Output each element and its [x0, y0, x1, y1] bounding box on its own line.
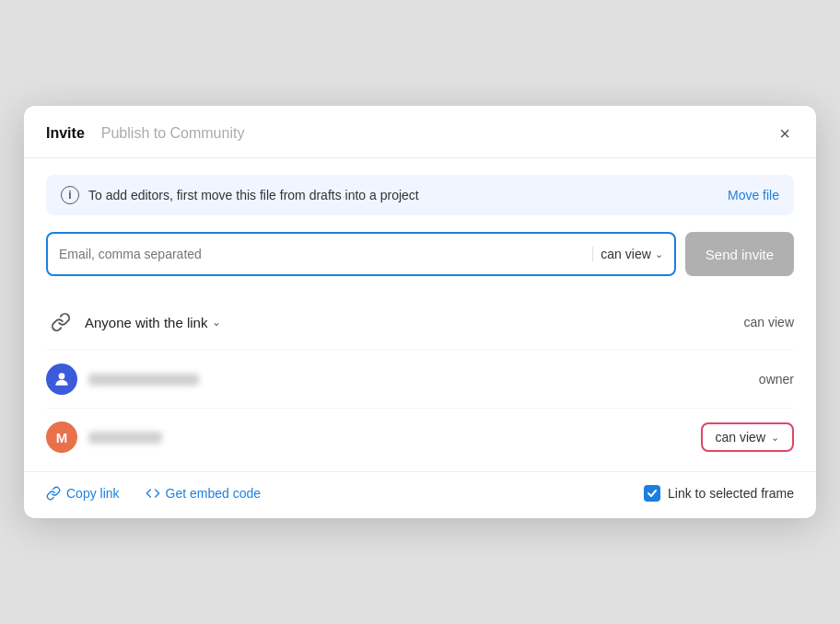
modal-footer: Copy link Get embed code Link to selecte… [24, 471, 816, 518]
link-share-row: Anyone with the link ⌄ can view [46, 295, 794, 351]
email-input-wrapper: can view ⌄ [46, 232, 676, 276]
copy-link-icon [46, 486, 61, 501]
link-share-label[interactable]: Anyone with the link ⌄ [85, 315, 221, 330]
link-icon [46, 307, 76, 337]
checkbox-area: Link to selected frame [644, 485, 794, 502]
copy-link-label: Copy link [66, 486, 120, 501]
user-owner-name [88, 374, 199, 386]
owner-permission: owner [759, 372, 794, 387]
embed-code-label: Get embed code [166, 486, 262, 501]
embed-code-icon [146, 486, 160, 501]
svg-point-0 [59, 373, 65, 379]
chevron-down-icon: ⌄ [655, 248, 663, 260]
invite-row: can view ⌄ Send invite [46, 232, 794, 276]
user-viewer-row: M can view ⌄ [46, 409, 794, 466]
invite-modal: Invite Publish to Community × i To add e… [24, 106, 816, 518]
modal-body: i To add editors, first move this file f… [24, 158, 816, 466]
embed-code-button[interactable]: Get embed code [146, 486, 262, 501]
user-owner-row: owner [46, 351, 794, 409]
send-invite-button[interactable]: Send invite [685, 232, 794, 276]
avatar-orange: M [46, 422, 77, 453]
checkmark-icon [647, 488, 658, 499]
viewer-chevron-icon: ⌄ [771, 432, 779, 444]
viewer-permission-label: can view [716, 430, 765, 445]
info-banner-text: To add editors, first move this file fro… [88, 188, 718, 202]
user-viewer-name [88, 432, 162, 444]
close-button[interactable]: × [776, 122, 794, 144]
modal-header: Invite Publish to Community × [24, 106, 816, 158]
copy-link-button[interactable]: Copy link [46, 486, 120, 501]
avatar-blue [46, 364, 77, 395]
link-to-frame-checkbox[interactable] [644, 485, 660, 502]
link-permission: can view [744, 315, 794, 329]
tab-invite[interactable]: Invite [46, 125, 85, 142]
checkbox-label: Link to selected frame [668, 486, 794, 501]
avatar-initial: M [56, 430, 68, 445]
move-file-link[interactable]: Move file [728, 188, 779, 202]
viewer-permission-dropdown[interactable]: can view ⌄ [701, 422, 794, 452]
permission-dropdown[interactable]: can view ⌄ [592, 247, 662, 261]
permission-dropdown-label: can view [601, 247, 650, 261]
info-icon: i [61, 186, 79, 204]
share-rows: Anyone with the link ⌄ can view owner [46, 295, 794, 466]
email-input[interactable] [59, 247, 592, 261]
link-chevron-icon: ⌄ [212, 316, 221, 329]
info-banner: i To add editors, first move this file f… [46, 175, 794, 215]
tab-publish[interactable]: Publish to Community [101, 125, 245, 142]
